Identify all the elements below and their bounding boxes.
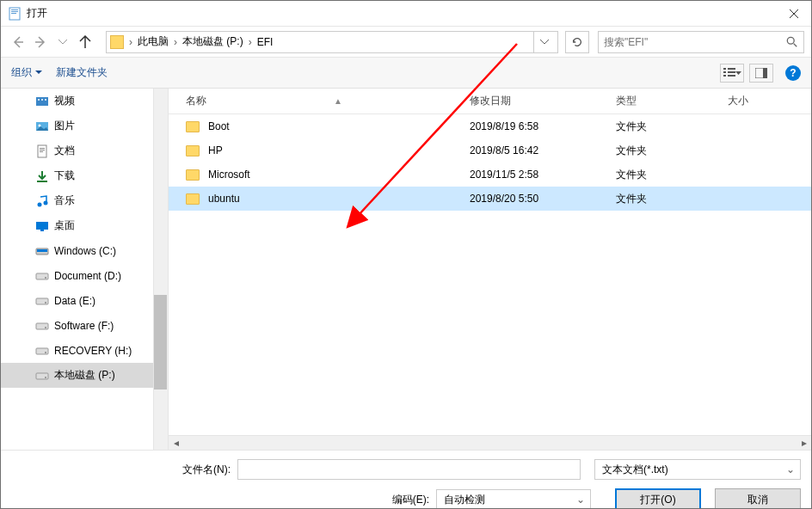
sidebar-item[interactable]: 文档 xyxy=(1,138,168,163)
sidebar-item[interactable]: Windows (C:) xyxy=(1,238,168,263)
sidebar-item-label: 下载 xyxy=(54,169,75,183)
file-type: 文件夹 xyxy=(616,168,728,182)
svg-point-33 xyxy=(45,302,46,304)
column-headers: 名称▲ 修改日期 类型 大小 xyxy=(169,89,811,114)
column-date[interactable]: 修改日期 xyxy=(470,94,616,108)
sidebar-item[interactable]: 桌面 xyxy=(1,213,168,238)
arrow-right-icon xyxy=(34,35,47,49)
organize-menu[interactable]: 组织 xyxy=(11,65,42,80)
svg-rect-6 xyxy=(728,68,735,70)
file-type: 文件夹 xyxy=(616,144,728,158)
breadcrumb-dropdown[interactable] xyxy=(533,32,554,52)
sidebar-item[interactable]: 图片 xyxy=(1,113,168,138)
svg-point-15 xyxy=(41,99,43,101)
scrollbar-thumb[interactable] xyxy=(154,295,167,389)
svg-rect-34 xyxy=(36,323,48,329)
chevron-down-icon: ⌄ xyxy=(576,494,585,506)
file-name: ubuntu xyxy=(208,193,240,205)
folder-icon xyxy=(110,35,124,49)
chevron-right-icon: › xyxy=(245,36,255,48)
cancel-button[interactable]: 取消 xyxy=(715,488,801,509)
encoding-select[interactable]: 自动检测 ⌄ xyxy=(436,489,591,509)
column-type[interactable]: 类型 xyxy=(616,94,728,108)
breadcrumb[interactable]: › 此电脑 › 本地磁盘 (P:) › EFI xyxy=(106,31,558,53)
file-row[interactable]: Boot2019/8/19 6:58文件夹 xyxy=(169,114,811,138)
file-row[interactable]: ubuntu2019/8/20 5:50文件夹 xyxy=(169,187,811,211)
sidebar: 视频图片文档下载音乐桌面Windows (C:)Document (D:)Dat… xyxy=(1,89,169,450)
body: 视频图片文档下载音乐桌面Windows (C:)Document (D:)Dat… xyxy=(1,89,811,450)
desktop-icon xyxy=(35,219,49,233)
breadcrumb-item[interactable]: 此电脑 xyxy=(136,34,170,49)
sidebar-item[interactable]: Data (E:) xyxy=(1,288,168,313)
search-box[interactable] xyxy=(598,31,804,53)
file-row[interactable]: HP2019/8/5 16:42文件夹 xyxy=(169,138,811,163)
drive-ext-icon xyxy=(35,319,49,333)
file-date: 2019/11/5 2:58 xyxy=(470,169,616,181)
filename-input[interactable] xyxy=(237,459,581,480)
sidebar-item[interactable]: Software (F:) xyxy=(1,313,168,338)
back-button[interactable] xyxy=(8,32,28,52)
svg-rect-3 xyxy=(11,13,16,14)
scroll-left-icon[interactable]: ◂ xyxy=(169,436,183,451)
close-icon xyxy=(790,9,798,18)
svg-rect-20 xyxy=(40,148,45,149)
sidebar-item-label: RECOVERY (H:) xyxy=(54,345,132,357)
sidebar-item[interactable]: 音乐 xyxy=(1,188,168,213)
svg-point-24 xyxy=(38,202,42,206)
encoding-value: 自动检测 xyxy=(444,493,485,507)
chevron-down-icon xyxy=(58,40,67,45)
svg-rect-21 xyxy=(40,150,45,150)
chevron-down-icon xyxy=(35,71,42,75)
open-button[interactable]: 打开(O) xyxy=(615,488,701,509)
close-button[interactable] xyxy=(777,1,811,27)
music-icon xyxy=(35,194,49,208)
filename-label: 文件名(N): xyxy=(11,463,231,477)
refresh-icon xyxy=(571,36,583,48)
svg-point-14 xyxy=(38,99,40,101)
up-button[interactable] xyxy=(75,32,95,52)
svg-point-16 xyxy=(45,99,46,101)
svg-rect-27 xyxy=(40,230,44,231)
file-type-filter[interactable]: 文本文档(*.txt) ⌄ xyxy=(594,459,801,480)
new-folder-button[interactable]: 新建文件夹 xyxy=(56,65,108,80)
file-row[interactable]: Microsoft2019/11/5 2:58文件夹 xyxy=(169,163,811,187)
column-size[interactable]: 大小 xyxy=(728,94,779,108)
sort-asc-icon: ▲ xyxy=(334,96,342,106)
scrollbar-horizontal[interactable]: ◂ ▸ xyxy=(169,435,811,450)
svg-rect-36 xyxy=(36,348,48,354)
scroll-right-icon[interactable]: ▸ xyxy=(797,436,811,451)
footer: 文件名(N): 文本文档(*.txt) ⌄ 编码(E): 自动检测 ⌄ 打开(O… xyxy=(1,450,811,509)
sidebar-item[interactable]: RECOVERY (H:) xyxy=(1,338,168,363)
file-name: HP xyxy=(208,144,223,156)
refresh-button[interactable] xyxy=(565,31,589,53)
sidebar-item-label: Document (D:) xyxy=(54,270,121,282)
file-name: Boot xyxy=(208,120,230,132)
breadcrumb-item[interactable]: 本地磁盘 (P:) xyxy=(181,34,245,49)
view-details-button[interactable] xyxy=(720,64,744,83)
svg-rect-10 xyxy=(728,75,735,77)
recent-dropdown[interactable] xyxy=(52,32,73,52)
sidebar-item[interactable]: Document (D:) xyxy=(1,263,168,288)
breadcrumb-item[interactable]: EFI xyxy=(255,36,275,48)
preview-pane-button[interactable] xyxy=(749,64,773,83)
svg-point-39 xyxy=(45,377,46,378)
forward-button[interactable] xyxy=(30,32,51,52)
sidebar-item[interactable]: 本地磁盘 (P:) xyxy=(1,363,168,388)
search-input[interactable] xyxy=(604,36,786,48)
sidebar-item-label: 本地磁盘 (P:) xyxy=(54,368,115,383)
sidebar-item-label: 图片 xyxy=(54,119,75,133)
filter-value: 文本文档(*.txt) xyxy=(602,463,668,477)
help-button[interactable]: ? xyxy=(785,65,801,81)
svg-rect-30 xyxy=(36,273,48,279)
sidebar-item[interactable]: 下载 xyxy=(1,163,168,188)
chevron-right-icon: › xyxy=(170,36,181,48)
sidebar-item[interactable]: 视频 xyxy=(1,89,168,113)
svg-rect-23 xyxy=(37,181,47,182)
file-date: 2019/8/5 16:42 xyxy=(470,144,616,156)
column-name[interactable]: 名称▲ xyxy=(186,94,470,108)
folder-icon xyxy=(186,193,200,205)
window-title: 打开 xyxy=(27,6,777,21)
scrollbar-vertical[interactable] xyxy=(153,89,168,450)
file-date: 2019/8/20 5:50 xyxy=(470,193,616,205)
column-name-label: 名称 xyxy=(186,94,206,108)
